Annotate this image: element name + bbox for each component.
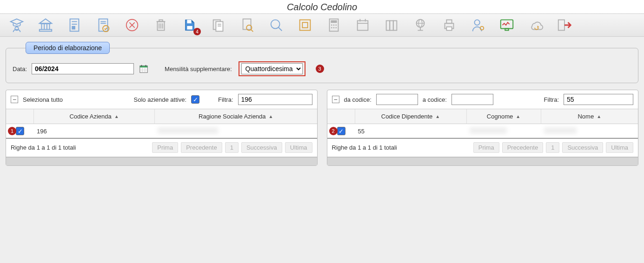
cloud-sync-icon[interactable] — [527, 17, 544, 33]
file-list-icon[interactable] — [66, 17, 83, 33]
svg-rect-25 — [187, 26, 192, 30]
date-input[interactable] — [32, 63, 134, 74]
magnifier-icon[interactable] — [268, 17, 285, 33]
pager-last[interactable]: Ultima — [606, 142, 633, 153]
panel-scrollbar[interactable] — [327, 157, 638, 165]
sort-asc-icon: ▲ — [597, 114, 601, 119]
svg-rect-45 — [358, 21, 368, 31]
col-ragione-sociale[interactable]: Ragione Sociale Azienda▲ — [155, 109, 317, 124]
pager-first[interactable]: Prima — [152, 142, 178, 153]
pager-prev[interactable]: Precedente — [181, 142, 222, 153]
pager-prev[interactable]: Precedente — [502, 142, 544, 153]
main-toolbar: 4 — [0, 13, 644, 37]
svg-point-43 — [333, 27, 335, 28]
col-nome[interactable]: Nome▲ — [541, 109, 638, 124]
select-all-toggle-right[interactable]: − — [332, 96, 339, 103]
archive-icon[interactable] — [383, 17, 400, 33]
table-row[interactable]: 2 ✓ 55 — [327, 124, 638, 138]
exit-icon[interactable] — [556, 17, 573, 33]
cell-nome — [541, 125, 638, 138]
filter-input-left[interactable] — [238, 94, 312, 105]
filter-label-left: Filtra: — [218, 96, 233, 103]
calendar-picker-icon[interactable] — [139, 64, 149, 74]
svg-rect-57 — [446, 27, 451, 31]
svg-rect-49 — [386, 21, 390, 31]
svg-rect-24 — [187, 20, 191, 24]
svg-point-58 — [474, 20, 479, 25]
svg-rect-51 — [393, 21, 397, 31]
table-row[interactable]: 1 ✓ 196 — [6, 124, 317, 138]
sort-asc-icon: ▲ — [516, 114, 520, 119]
companies-panel: − Seleziona tutto Solo aziende attive: ✓… — [6, 90, 318, 166]
svg-rect-35 — [300, 20, 311, 31]
cell-codice-azienda: 196 — [34, 125, 155, 138]
save-badge: 4 — [193, 28, 201, 35]
select-all-toggle[interactable]: − — [11, 96, 18, 103]
copy-doc-icon[interactable] — [210, 17, 227, 33]
square-target-icon[interactable] — [297, 17, 313, 33]
supplementary-select[interactable]: Quattordicesima — [241, 63, 303, 74]
pager-first[interactable]: Prima — [473, 142, 499, 153]
window-title: Calcolo Cedolino — [0, 0, 644, 13]
svg-point-40 — [333, 25, 335, 26]
graduate-icon[interactable] — [8, 17, 25, 33]
monitor-chart-icon[interactable] — [498, 17, 515, 33]
svg-rect-6 — [40, 29, 52, 31]
select-all-label: Seleziona tutto — [23, 96, 63, 103]
svg-rect-36 — [302, 22, 307, 27]
col-cognome[interactable]: Cognome▲ — [467, 109, 541, 124]
row-checkbox[interactable]: ✓ — [337, 127, 345, 135]
employees-panel: − da codice: a codice: Filtra: Codice Di… — [327, 90, 639, 166]
trash-icon[interactable] — [153, 17, 169, 33]
user-gear-icon[interactable] — [470, 17, 486, 33]
filter-label-right: Filtra: — [544, 96, 559, 103]
col-codice-azienda[interactable]: Codice Azienda▲ — [34, 109, 155, 124]
pager-next[interactable]: Successiva — [562, 142, 603, 153]
calendar-icon[interactable] — [354, 17, 371, 33]
from-code-input[interactable] — [376, 94, 418, 105]
row-checkbox[interactable]: ✓ — [16, 127, 24, 135]
bank-icon[interactable] — [37, 17, 54, 33]
svg-rect-50 — [390, 21, 393, 31]
col-codice-dipendente[interactable]: Codice Dipendente▲ — [355, 109, 467, 124]
svg-point-41 — [335, 25, 337, 26]
filter-input-right[interactable] — [564, 94, 633, 105]
svg-rect-64 — [140, 66, 147, 68]
svg-point-44 — [335, 27, 337, 28]
svg-rect-62 — [558, 20, 564, 31]
calculator-icon[interactable] — [325, 17, 342, 33]
svg-rect-61 — [505, 29, 509, 31]
active-only-checkbox[interactable]: ✓ — [191, 95, 199, 104]
panel-scrollbar[interactable] — [6, 157, 317, 165]
to-code-input[interactable] — [451, 94, 493, 105]
marker-3: 3 — [316, 65, 324, 73]
printer-icon[interactable] — [441, 17, 458, 33]
cell-ragione-sociale — [155, 125, 317, 138]
svg-point-42 — [331, 27, 332, 28]
period-legend: Periodo di elaborazione — [26, 42, 110, 54]
pager-last[interactable]: Ultima — [285, 142, 312, 153]
active-only-label: Solo aziende attive: — [134, 96, 186, 103]
save-icon[interactable]: 4 — [181, 17, 198, 33]
svg-rect-38 — [331, 20, 337, 23]
period-fieldset: Periodo di elaborazione Data: Mensilità … — [6, 48, 638, 83]
cancel-circle-icon[interactable] — [124, 17, 140, 33]
search-doc-icon[interactable] — [239, 17, 256, 33]
marker-2: 2 — [329, 127, 338, 135]
svg-rect-20 — [159, 20, 163, 22]
file-check-icon[interactable] — [95, 17, 112, 33]
svg-point-39 — [331, 25, 332, 26]
pager-next[interactable]: Successiva — [241, 142, 282, 153]
svg-line-34 — [279, 27, 282, 31]
pager-page[interactable]: 1 — [225, 142, 239, 153]
from-code-label: da codice: — [344, 96, 372, 103]
to-code-label: a codice: — [423, 96, 447, 103]
marker-1: 1 — [8, 127, 16, 135]
pager-info-right: Righe da 1 a 1 di 1 totali — [332, 144, 471, 151]
svg-line-32 — [251, 29, 253, 32]
svg-rect-1 — [40, 23, 51, 24]
globe-icon[interactable] — [412, 17, 429, 33]
pager-page[interactable]: 1 — [546, 142, 559, 153]
pager-info-left: Righe da 1 a 1 di 1 totali — [11, 144, 149, 151]
cell-codice-dipendente: 55 — [355, 125, 467, 138]
